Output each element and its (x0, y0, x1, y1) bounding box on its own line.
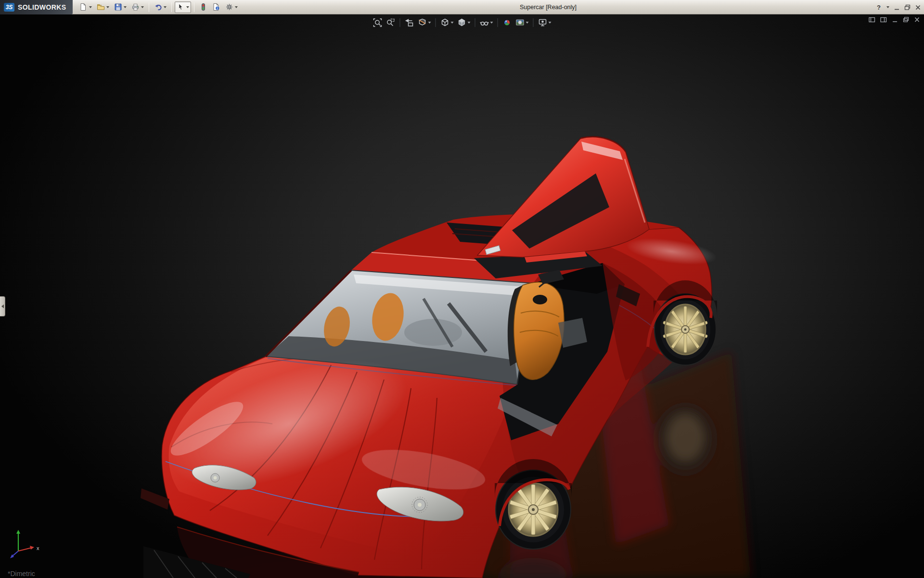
new-button[interactable] (77, 1, 94, 13)
hide-show-glasses-icon (480, 18, 489, 27)
edit-appearance-button[interactable] (501, 17, 513, 28)
select-button[interactable] (175, 1, 191, 13)
collapse-arrow-icon (1, 304, 4, 308)
rear-right-wheel[interactable] (654, 280, 717, 365)
apply-scene-dropdown-icon[interactable] (526, 22, 529, 24)
view-settings-button[interactable] (537, 17, 552, 28)
pane-right-icon[interactable] (880, 17, 887, 23)
previous-view-button[interactable] (404, 17, 415, 28)
view-settings-monitor-icon (538, 18, 548, 27)
display-style-dropdown-icon[interactable] (468, 22, 471, 24)
featuremanager-flyout-tab[interactable] (0, 296, 5, 316)
options-dropdown-arrow-icon[interactable] (235, 6, 238, 8)
toolbar-separator (436, 18, 436, 27)
edit-appearance-ball-icon (502, 18, 512, 27)
undo-icon (154, 3, 162, 11)
pane-left-icon[interactable] (869, 17, 875, 23)
new-dropdown-arrow-icon[interactable] (89, 6, 92, 8)
dassault-3ds-logo-icon: 3S (4, 3, 14, 12)
toolbar-separator (171, 2, 172, 12)
toolbar-separator (533, 18, 534, 27)
view-orientation-label: *Dimetric (8, 570, 35, 578)
previous-view-icon (405, 18, 414, 27)
open-button[interactable] (95, 1, 111, 13)
view-orientation-button[interactable] (439, 17, 455, 28)
toolbar-separator (149, 2, 149, 12)
window-controls: ? (877, 0, 921, 14)
toolbar-separator (194, 2, 194, 12)
rebuild-button[interactable] (197, 1, 209, 13)
new-document-icon (79, 3, 88, 11)
file-properties-button[interactable] (210, 1, 222, 13)
menu-bar-toolbar (77, 1, 240, 13)
save-dropdown-arrow-icon[interactable] (124, 6, 127, 8)
graphics-area[interactable]: x *Dimetric (0, 14, 924, 578)
toolbar-separator (498, 18, 498, 27)
document-restore-button[interactable] (903, 17, 909, 23)
section-view-dropdown-icon[interactable] (428, 22, 431, 24)
options-gear-icon (225, 3, 233, 11)
document-close-button[interactable] (914, 17, 920, 23)
titlebar: 3S SOLIDWORKS (0, 0, 924, 14)
print-dropdown-arrow-icon[interactable] (141, 6, 144, 8)
open-folder-icon (97, 3, 105, 11)
zoom-to-fit-icon (373, 18, 383, 27)
help-dropdown-arrow-icon[interactable] (886, 6, 889, 8)
view-orientation-dropdown-icon[interactable] (451, 22, 454, 24)
print-icon (131, 3, 140, 11)
x-axis-label: x (37, 545, 39, 551)
solidworks-logo-text: SOLIDWORKS (18, 3, 66, 11)
toolbar-separator (400, 18, 400, 27)
display-style-button[interactable] (456, 17, 472, 28)
view-orientation-cube-icon (440, 18, 450, 27)
solidworks-window: 3S SOLIDWORKS (0, 0, 924, 578)
toolbar-separator (475, 18, 475, 27)
section-view-button[interactable] (417, 17, 432, 28)
document-title: Supercar [Read-only] (520, 0, 577, 14)
options-button[interactable] (223, 1, 240, 13)
open-dropdown-arrow-icon[interactable] (106, 6, 109, 8)
print-button[interactable] (129, 1, 146, 13)
x-axis-arrow-icon (30, 546, 34, 550)
undo-button[interactable] (152, 1, 168, 13)
3d-model-canvas[interactable] (0, 14, 924, 578)
document-minimize-button[interactable] (892, 17, 898, 23)
view-settings-dropdown-icon[interactable] (549, 22, 552, 24)
undo-dropdown-arrow-icon[interactable] (164, 6, 167, 8)
document-window-controls (869, 17, 920, 23)
zoom-to-area-icon (386, 18, 396, 27)
zoom-to-area-button[interactable] (385, 17, 397, 28)
hide-show-items-button[interactable] (479, 17, 494, 28)
display-style-icon (457, 18, 467, 27)
restore-button[interactable] (904, 4, 911, 11)
rebuild-traffic-light-icon (199, 3, 207, 11)
solidworks-logo: 3S SOLIDWORKS (0, 0, 73, 14)
close-button[interactable] (915, 4, 921, 11)
heads-up-view-toolbar (372, 17, 552, 28)
save-floppy-icon (114, 3, 122, 11)
y-axis-arrow-icon (16, 530, 20, 534)
hide-show-dropdown-icon[interactable] (490, 22, 493, 24)
save-button[interactable] (112, 1, 128, 13)
file-properties-icon (212, 3, 220, 11)
help-icon[interactable]: ? (877, 4, 881, 11)
apply-scene-icon (515, 18, 525, 27)
select-dropdown-arrow-icon[interactable] (186, 6, 189, 8)
seat-headrest-hole (533, 295, 547, 304)
apply-scene-button[interactable] (514, 17, 530, 28)
select-cursor-icon (177, 3, 185, 11)
zoom-to-fit-button[interactable] (372, 17, 384, 28)
minimize-button[interactable] (894, 4, 900, 11)
orientation-triad: x (4, 521, 48, 565)
section-view-icon (418, 18, 427, 27)
